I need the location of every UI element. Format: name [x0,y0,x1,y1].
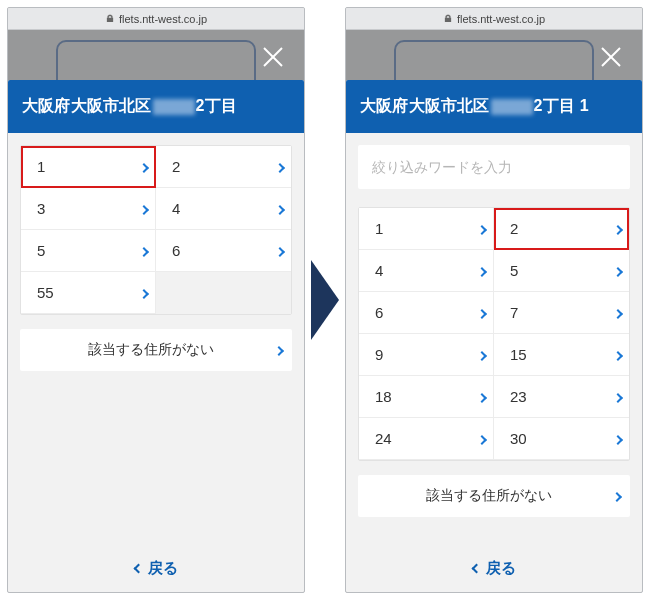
chevron-right-icon [139,289,149,299]
modal-panel: 大阪府大阪市北区 2丁目 1 12456791518232430 該当する住所が… [346,80,642,592]
address-cell-label: 6 [375,304,383,321]
close-button[interactable] [256,40,290,74]
back-button[interactable]: 戻る [473,559,516,578]
address-grid: 12456791518232430 [358,207,630,461]
chevron-right-icon [274,346,284,356]
address-cell[interactable]: 6 [156,230,291,272]
address-cell-label: 4 [172,200,180,217]
chevron-right-icon [477,225,487,235]
address-cell[interactable]: 55 [21,272,156,314]
url-text: flets.ntt-west.co.jp [119,13,207,25]
screen-right: 🔒︎ flets.ntt-west.co.jp 「フレッツ光クロス」に変更したい… [345,7,643,593]
address-cell[interactable]: 18 [359,376,494,418]
modal-overlay: 大阪府大阪市北区 2丁目 1 12456791518232430 該当する住所が… [346,30,642,592]
chevron-right-icon [477,309,487,319]
url-bar: 🔒︎ flets.ntt-west.co.jp [8,8,304,30]
modal-title: 大阪府大阪市北区 2丁目 [8,80,304,133]
no-match-button[interactable]: 該当する住所がない [20,329,292,371]
address-cell[interactable]: 1 [21,146,156,188]
address-cell-label: 3 [37,200,45,217]
address-cell-empty [156,272,291,314]
chevron-right-icon [613,267,623,277]
chevron-right-icon [275,163,285,173]
obfuscated-segment [491,99,533,115]
address-cell[interactable]: 5 [21,230,156,272]
screen-left: 🔒︎ flets.ntt-west.co.jp 「フレッツ光クロス」に変更したい… [7,7,305,593]
close-icon [599,45,623,69]
address-cell[interactable]: 7 [494,292,629,334]
address-cell-label: 2 [172,158,180,175]
address-cell[interactable]: 30 [494,418,629,460]
lock-icon: 🔒︎ [443,13,453,24]
address-cell[interactable]: 2 [156,146,291,188]
svg-marker-2 [311,260,339,340]
address-cell-label: 1 [37,158,45,175]
back-button[interactable]: 戻る [135,559,178,578]
obfuscated-segment [153,99,195,115]
chevron-right-icon [275,247,285,257]
address-cell-label: 30 [510,430,527,447]
address-cell-label: 15 [510,346,527,363]
address-cell-label: 5 [37,242,45,259]
url-bar: 🔒︎ flets.ntt-west.co.jp [346,8,642,30]
chevron-right-icon [477,351,487,361]
chevron-right-icon [613,435,623,445]
address-cell[interactable]: 15 [494,334,629,376]
chevron-left-icon [133,564,143,574]
close-icon [261,45,285,69]
chevron-right-icon [139,163,149,173]
chevron-right-icon [613,393,623,403]
chevron-right-icon [613,309,623,319]
address-cell-label: 1 [375,220,383,237]
address-cell-label: 23 [510,388,527,405]
modal-panel: 大阪府大阪市北区 2丁目 12345655 該当する住所がない [8,80,304,592]
chevron-right-icon [275,205,285,215]
transition-arrow-icon [311,260,339,340]
address-cell-label: 6 [172,242,180,259]
chevron-right-icon [613,225,623,235]
address-cell[interactable]: 4 [359,250,494,292]
address-cell[interactable]: 9 [359,334,494,376]
chevron-right-icon [477,435,487,445]
address-cell-label: 9 [375,346,383,363]
address-cell[interactable]: 3 [21,188,156,230]
chevron-right-icon [139,247,149,257]
address-grid: 12345655 [20,145,292,315]
address-cell[interactable]: 1 [359,208,494,250]
address-cell-label: 55 [37,284,54,301]
url-text: flets.ntt-west.co.jp [457,13,545,25]
address-cell-label: 24 [375,430,392,447]
filter-input[interactable] [358,145,630,189]
close-button[interactable] [594,40,628,74]
address-cell-label: 7 [510,304,518,321]
chevron-left-icon [471,564,481,574]
address-cell-label: 18 [375,388,392,405]
address-cell[interactable]: 6 [359,292,494,334]
chevron-right-icon [477,393,487,403]
modal-overlay: 大阪府大阪市北区 2丁目 12345655 該当する住所がない [8,30,304,592]
address-cell-label: 5 [510,262,518,279]
modal-title: 大阪府大阪市北区 2丁目 1 [346,80,642,133]
lock-icon: 🔒︎ [105,13,115,24]
chevron-right-icon [139,205,149,215]
address-cell[interactable]: 4 [156,188,291,230]
chevron-right-icon [613,351,623,361]
address-cell[interactable]: 5 [494,250,629,292]
no-match-button[interactable]: 該当する住所がない [358,475,630,517]
chevron-right-icon [612,492,622,502]
address-cell-label: 2 [510,220,518,237]
address-cell-label: 4 [375,262,383,279]
chevron-right-icon [477,267,487,277]
address-cell[interactable]: 23 [494,376,629,418]
address-cell[interactable]: 2 [494,208,629,250]
address-cell[interactable]: 24 [359,418,494,460]
